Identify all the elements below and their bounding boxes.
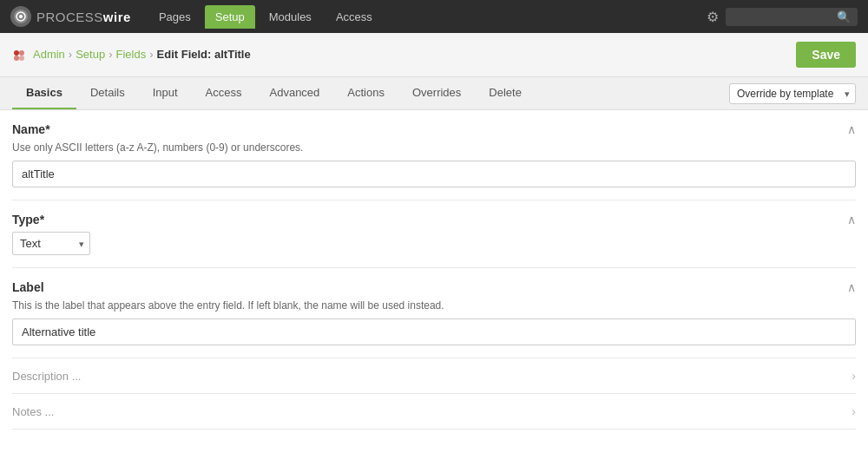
page-title: Edit Field: altTitle xyxy=(157,48,251,61)
tab-access[interactable]: Access xyxy=(192,77,256,109)
label-desc: This is the label that appears above the… xyxy=(12,299,856,312)
notes-title: Notes ... xyxy=(12,405,54,418)
description-chevron: › xyxy=(852,369,856,383)
notes-header[interactable]: Notes ... › xyxy=(12,394,856,429)
nav-access[interactable]: Access xyxy=(326,5,383,29)
description-title: Description ... xyxy=(12,370,81,383)
gear-icon[interactable]: ⚙ xyxy=(707,9,719,25)
type-required: * xyxy=(40,213,44,226)
search-box: 🔍 xyxy=(726,8,858,26)
top-nav-right: ⚙ 🔍 xyxy=(707,8,858,26)
type-section: Type* ∧ Text xyxy=(12,200,856,268)
name-desc: Use only ASCII letters (a-z A-Z), number… xyxy=(12,141,856,154)
tab-delete[interactable]: Delete xyxy=(475,77,536,109)
name-toggle[interactable]: ∧ xyxy=(847,122,856,136)
notes-chevron: › xyxy=(852,404,856,418)
admin-icon xyxy=(12,47,26,62)
type-title: Type xyxy=(12,213,40,226)
save-button-top[interactable]: Save xyxy=(796,42,856,68)
name-required: * xyxy=(45,122,49,136)
svg-point-3 xyxy=(14,50,19,56)
bottom-save-wrap: Save xyxy=(0,447,868,453)
label-input[interactable] xyxy=(12,318,856,345)
name-section: Name* ∧ Use only ASCII letters (a-z A-Z)… xyxy=(12,110,856,200)
name-input[interactable] xyxy=(12,161,856,187)
tab-details[interactable]: Details xyxy=(76,77,139,109)
notes-section: Notes ... › xyxy=(12,394,856,430)
label-toggle[interactable]: ∧ xyxy=(847,280,856,294)
search-input[interactable] xyxy=(733,10,837,23)
type-select[interactable]: Text xyxy=(12,232,90,255)
description-header[interactable]: Description ... › xyxy=(12,358,856,393)
tab-advanced[interactable]: Advanced xyxy=(256,77,334,109)
svg-point-6 xyxy=(19,56,24,61)
top-nav: PROCESSwire Pages Setup Modules Access ⚙… xyxy=(0,0,868,33)
type-section-header: Type* ∧ xyxy=(12,213,856,226)
logo-text: PROCESSwire xyxy=(36,10,131,24)
override-select[interactable]: Override by template xyxy=(729,83,856,104)
label-section: Label ∧ This is the label that appears a… xyxy=(12,268,856,358)
logo-icon xyxy=(10,6,31,27)
breadcrumb-admin[interactable]: Admin xyxy=(33,48,65,61)
breadcrumb-bar: Admin › Setup › Fields › Edit Field: alt… xyxy=(0,33,868,77)
label-title: Label xyxy=(12,280,44,294)
type-toggle[interactable]: ∧ xyxy=(847,213,856,226)
nav-pages[interactable]: Pages xyxy=(148,5,201,29)
svg-point-2 xyxy=(19,15,23,18)
logo: PROCESSwire xyxy=(10,6,131,27)
search-icon: 🔍 xyxy=(837,10,851,23)
name-section-header: Name* ∧ xyxy=(12,122,856,136)
top-nav-links: Pages Setup Modules Access xyxy=(148,5,707,29)
tab-overrides[interactable]: Overrides xyxy=(398,77,475,109)
override-select-wrapper: Override by template xyxy=(729,83,856,104)
nav-modules[interactable]: Modules xyxy=(259,5,322,29)
tab-actions[interactable]: Actions xyxy=(333,77,398,109)
name-title: Name xyxy=(12,122,45,136)
breadcrumb-fields[interactable]: Fields xyxy=(116,48,147,61)
breadcrumb: Admin › Setup › Fields › Edit Field: alt… xyxy=(12,47,251,62)
breadcrumb-setup[interactable]: Setup xyxy=(76,48,105,61)
label-section-header: Label ∧ xyxy=(12,280,856,294)
main-content: Name* ∧ Use only ASCII letters (a-z A-Z)… xyxy=(0,110,868,447)
svg-point-5 xyxy=(14,56,19,61)
nav-setup[interactable]: Setup xyxy=(205,5,255,29)
description-section: Description ... › xyxy=(12,358,856,394)
tab-input[interactable]: Input xyxy=(139,77,192,109)
svg-point-4 xyxy=(19,50,24,56)
tabs: Basics Details Input Access Advanced Act… xyxy=(12,77,536,109)
tab-basics[interactable]: Basics xyxy=(12,77,76,109)
tabs-bar: Basics Details Input Access Advanced Act… xyxy=(0,77,868,110)
